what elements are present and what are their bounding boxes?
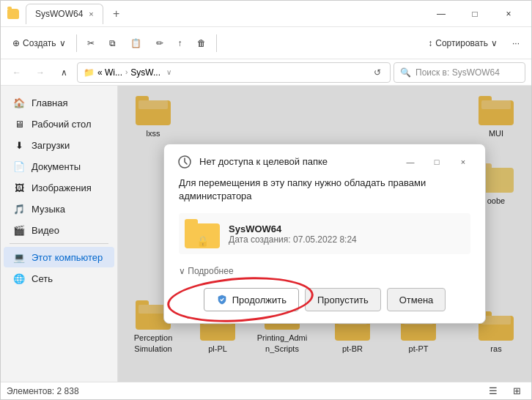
cancel-button[interactable]: Отмена bbox=[387, 288, 446, 311]
sort-button[interactable]: ↕ Сортировать ∨ bbox=[422, 32, 503, 55]
title-bar-tabs: SysWOW64 × + bbox=[26, 4, 424, 24]
back-button[interactable]: ← bbox=[7, 62, 27, 83]
sidebar-item-video-label: Видео bbox=[32, 225, 59, 236]
up-button[interactable]: ∧ bbox=[53, 62, 74, 83]
breadcrumb-part2: SysW... bbox=[130, 67, 160, 78]
sidebar-item-network[interactable]: 🌐 Сеть bbox=[4, 268, 114, 289]
window-controls: — □ × bbox=[424, 2, 525, 26]
modal-file-name: SysWOW64 bbox=[229, 223, 357, 234]
modal-file-details: SysWOW64 Дата создания: 07.05.2022 8:24 bbox=[229, 223, 357, 245]
create-button[interactable]: ⊕ Создать ∨ bbox=[7, 32, 72, 55]
network-icon: 🌐 bbox=[12, 272, 26, 285]
skip-button[interactable]: Пропустить bbox=[305, 288, 381, 311]
breadcrumb-part1: « Wi... bbox=[97, 67, 122, 78]
toolbar-separator-2 bbox=[216, 34, 217, 52]
modal-file-date: Дата создания: 07.05.2022 8:24 bbox=[229, 234, 357, 245]
create-label: Создать bbox=[23, 38, 56, 48]
sidebar-item-music[interactable]: 🎵 Музыка bbox=[4, 199, 114, 219]
modal-file-info: 🔒 SysWOW64 Дата создания: 07.05.2022 8:2… bbox=[179, 213, 470, 254]
breadcrumb-sep1: › bbox=[125, 68, 128, 76]
sidebar-item-images-label: Изображения bbox=[32, 182, 92, 193]
cancel-label: Отмена bbox=[399, 295, 434, 305]
sidebar-item-images[interactable]: 🖼 Изображения bbox=[4, 177, 114, 198]
folder-path-icon: 📁 bbox=[84, 67, 95, 78]
home-icon: 🏠 bbox=[12, 96, 26, 109]
sort-chevron-icon: ∨ bbox=[491, 38, 498, 48]
sort-icon: ↕ bbox=[428, 38, 432, 48]
path-chevron-icon: ∨ bbox=[166, 68, 171, 76]
desktop-icon: 🖥 bbox=[12, 117, 26, 130]
sort-label: Сортировать bbox=[435, 38, 488, 48]
continue-label: Продолжить bbox=[232, 295, 287, 305]
modal-title-icon bbox=[176, 153, 193, 171]
sidebar-item-home-label: Главная bbox=[32, 97, 67, 108]
sidebar-item-music-label: Музыка bbox=[32, 204, 65, 215]
copy-button[interactable]: ⧉ bbox=[103, 32, 122, 55]
modal-details-toggle[interactable]: ∨ Подробнее bbox=[179, 266, 470, 276]
status-text: Элементов: 2 838 bbox=[7, 386, 79, 396]
download-icon: ⬇ bbox=[12, 138, 26, 152]
cut-button[interactable]: ✂ bbox=[81, 32, 100, 55]
title-bar-icon bbox=[7, 7, 20, 21]
sidebar-item-network-label: Сеть bbox=[32, 273, 53, 284]
music-icon: 🎵 bbox=[12, 202, 26, 215]
new-tab-button[interactable]: + bbox=[106, 4, 127, 24]
modal-maximize-button[interactable]: □ bbox=[426, 154, 447, 170]
title-bar: SysWOW64 × + — □ × bbox=[1, 1, 531, 27]
delete-button[interactable]: 🗑 bbox=[191, 32, 212, 55]
paste-button[interactable]: 📋 bbox=[125, 32, 147, 55]
close-button[interactable]: × bbox=[492, 2, 525, 26]
modal-title-text: Нет доступа к целевой папке bbox=[199, 156, 394, 167]
sidebar-item-computer-label: Этот компьютер bbox=[32, 252, 103, 263]
modal-minimize-button[interactable]: — bbox=[400, 154, 421, 170]
share-button[interactable]: ↑ bbox=[172, 32, 188, 55]
modal-body: Для перемещения в эту папку нужно облада… bbox=[164, 177, 485, 323]
modal-close-button[interactable]: × bbox=[453, 154, 473, 170]
sidebar: 🏠 Главная 🖥 Рабочий стол ⬇ Загрузки 📄 До… bbox=[1, 86, 118, 382]
tab-label: SysWOW64 bbox=[35, 9, 83, 19]
search-box[interactable]: 🔍 Поиск в: SysWOW64 bbox=[394, 62, 525, 83]
video-icon: 🎬 bbox=[12, 223, 26, 237]
sidebar-item-downloads-label: Загрузки bbox=[32, 140, 70, 151]
forward-button[interactable]: → bbox=[30, 62, 51, 83]
modal-overlay: Нет доступа к целевой папке — □ × Для пе… bbox=[118, 86, 531, 382]
skip-label: Пропустить bbox=[317, 295, 369, 305]
minimize-button[interactable]: — bbox=[424, 2, 458, 26]
continue-button[interactable]: Продолжить bbox=[204, 288, 299, 311]
modal-file-icon: 🔒 bbox=[185, 219, 220, 248]
shield-icon bbox=[216, 294, 228, 305]
maximize-button[interactable]: □ bbox=[458, 2, 492, 26]
address-path[interactable]: 📁 « Wi... › SysW... ∨ ↺ bbox=[77, 62, 391, 83]
grid-view-button[interactable]: ⊞ bbox=[508, 382, 525, 400]
sidebar-item-desktop-label: Рабочий стол bbox=[32, 119, 92, 130]
status-bar: Элементов: 2 838 ☰ ⊞ bbox=[1, 382, 531, 399]
main-window: SysWOW64 × + — □ × ⊕ Создать ∨ ✂ ⧉ 📋 ✏ ↑… bbox=[0, 0, 532, 400]
document-icon: 📄 bbox=[12, 160, 26, 173]
modal-titlebar: Нет доступа к целевой папке — □ × bbox=[164, 144, 485, 177]
sidebar-item-desktop[interactable]: 🖥 Рабочий стол bbox=[4, 114, 114, 134]
toolbar: ⊕ Создать ∨ ✂ ⧉ 📋 ✏ ↑ 🗑 ↕ Сортировать ∨ … bbox=[1, 27, 531, 59]
computer-icon: 💻 bbox=[12, 251, 26, 264]
sidebar-item-computer[interactable]: 💻 Этот компьютер bbox=[4, 247, 114, 267]
search-icon: 🔍 bbox=[400, 67, 411, 78]
tab-close-button[interactable]: × bbox=[89, 10, 93, 18]
more-button[interactable]: ··· bbox=[506, 32, 525, 55]
lock-icon: 🔒 bbox=[196, 235, 209, 247]
create-chevron-icon: ∨ bbox=[59, 38, 66, 48]
list-view-button[interactable]: ☰ bbox=[484, 382, 502, 400]
refresh-button[interactable]: ↺ bbox=[371, 67, 384, 78]
image-icon: 🖼 bbox=[12, 181, 26, 194]
sidebar-item-documents[interactable]: 📄 Документы bbox=[4, 156, 114, 177]
sidebar-item-downloads[interactable]: ⬇ Загрузки bbox=[4, 135, 114, 155]
file-grid: lxss MUI oobe Perception Simulation pl- bbox=[118, 86, 531, 382]
sidebar-item-documents-label: Документы bbox=[32, 161, 81, 172]
sidebar-item-home[interactable]: 🏠 Главная bbox=[4, 92, 114, 113]
modal-buttons: Продолжить Пропустить Отмена bbox=[179, 288, 470, 311]
rename-button[interactable]: ✏ bbox=[150, 32, 169, 55]
plus-icon: ⊕ bbox=[12, 38, 20, 48]
address-bar: ← → ∧ 📁 « Wi... › SysW... ∨ ↺ 🔍 Поиск в:… bbox=[1, 59, 531, 86]
sidebar-item-video[interactable]: 🎬 Видео bbox=[4, 220, 114, 240]
active-tab[interactable]: SysWOW64 × bbox=[26, 4, 103, 24]
modal-description: Для перемещения в эту папку нужно облада… bbox=[179, 177, 470, 203]
toolbar-separator-1 bbox=[76, 34, 77, 52]
